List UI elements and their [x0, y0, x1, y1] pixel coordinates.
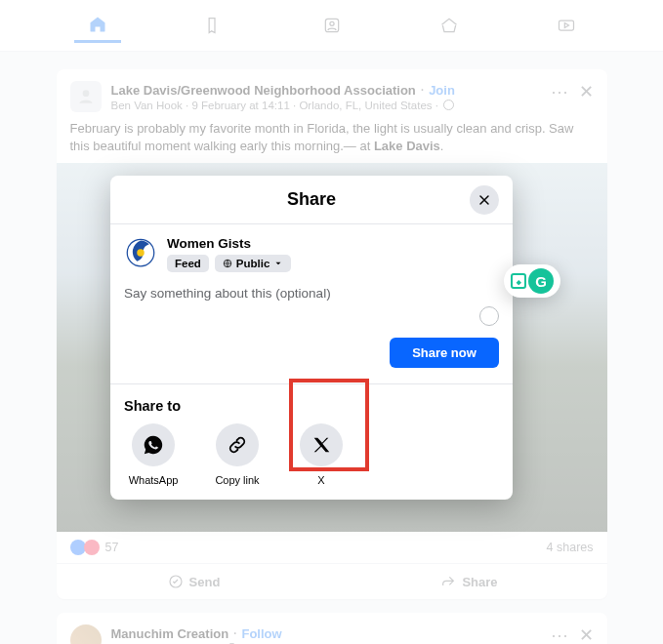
share-target-x[interactable]: X [292, 423, 351, 486]
post-card: Manuchim Creation · Follow 10 February a… [57, 613, 607, 644]
feed-selector[interactable]: Feed [167, 255, 209, 272]
composer-input[interactable]: Say something about this (optional) [124, 286, 499, 301]
whatsapp-icon [143, 434, 164, 456]
share-button[interactable]: Share [332, 564, 607, 599]
share-modal: Share Women Gists Feed Public [110, 176, 513, 500]
svg-point-3 [82, 90, 89, 97]
send-icon [168, 574, 184, 589]
nav-video[interactable] [543, 8, 590, 43]
post-text: February is probably my favorite month i… [57, 112, 607, 163]
grammarly-tone-icon: ⬥ [511, 273, 526, 289]
globe-icon [443, 100, 454, 110]
nav-home[interactable] [74, 8, 121, 43]
emoji-picker-button[interactable] [479, 306, 499, 326]
join-link[interactable]: Join [429, 83, 455, 98]
audience-selector[interactable]: Public [215, 255, 292, 272]
author-avatar[interactable] [70, 624, 102, 644]
x-icon [311, 434, 332, 456]
nav-groups[interactable] [309, 8, 355, 43]
grammarly-widget[interactable]: ⬥ G [504, 264, 560, 298]
share-target-copylink[interactable]: Copy link [208, 423, 267, 486]
group-link[interactable]: Lake Davis/Greenwood Neighborhood Associ… [111, 83, 416, 98]
post-hide-button[interactable]: ✕ [579, 624, 594, 644]
page-name[interactable]: Women Gists [167, 236, 291, 251]
follow-link[interactable]: Follow [241, 626, 281, 641]
post-menu-button[interactable]: ··· [551, 625, 568, 644]
svg-point-6 [137, 249, 145, 257]
reactions-summary[interactable]: 57 [70, 540, 119, 555]
share-icon [440, 574, 456, 589]
svg-rect-2 [559, 20, 573, 30]
send-button[interactable]: Send [57, 564, 332, 599]
love-icon [84, 540, 100, 555]
page-avatar[interactable] [124, 236, 157, 269]
close-button[interactable] [470, 185, 499, 215]
grammarly-icon: G [528, 268, 554, 294]
svg-point-1 [329, 21, 333, 25]
share-target-whatsapp[interactable]: WhatsApp [124, 423, 183, 486]
group-avatar[interactable] [70, 81, 102, 112]
post-hide-button[interactable]: ✕ [579, 81, 594, 102]
author-link[interactable]: Manuchim Creation [111, 626, 229, 641]
nav-marketplace[interactable] [426, 8, 473, 43]
link-icon [227, 434, 248, 456]
close-icon [477, 192, 492, 208]
modal-title: Share [287, 189, 336, 210]
shares-count[interactable]: 4 shares [547, 541, 594, 554]
nav-pages[interactable] [191, 8, 238, 43]
chevron-down-icon [273, 259, 283, 268]
share-now-button[interactable]: Share now [390, 338, 499, 368]
share-to-heading: Share to [124, 398, 499, 414]
top-navigation [0, 0, 663, 52]
post-byline: Ben Van Hook · 9 February at 14:11 · Orl… [111, 100, 542, 111]
globe-icon [223, 259, 232, 268]
post-menu-button[interactable]: ··· [551, 82, 568, 102]
